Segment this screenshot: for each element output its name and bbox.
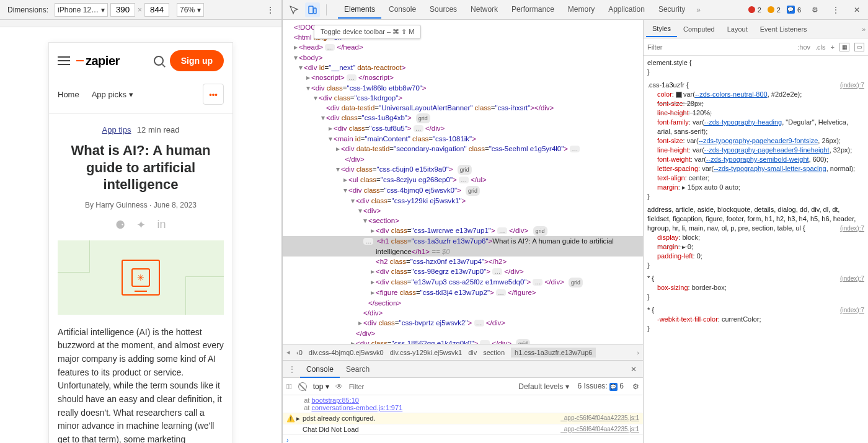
- tab-security[interactable]: Security: [652, 1, 691, 19]
- css-declaration[interactable]: box-sizing: border-box;: [647, 283, 864, 292]
- twisty-icon[interactable]: ▸: [370, 287, 376, 297]
- css-declaration[interactable]: display: block;: [647, 233, 864, 242]
- dom-node[interactable]: </div>: [283, 328, 643, 338]
- twisty-icon[interactable]: ▾: [305, 83, 311, 93]
- tab-memory[interactable]: Memory: [562, 1, 601, 19]
- twisty-icon[interactable]: ▸: [370, 226, 376, 235]
- console-message[interactable]: ⚠️▸pdst already configured._app-c56f64f0…: [283, 413, 643, 424]
- breadcrumb-item[interactable]: section: [483, 349, 505, 356]
- computed-toggle-icon[interactable]: ▦: [839, 43, 849, 51]
- levels-select[interactable]: Default levels ▾: [518, 382, 569, 391]
- twisty-icon[interactable]: ▾: [357, 206, 363, 216]
- dom-node[interactable]: ▾<div>: [283, 206, 643, 216]
- dom-node[interactable]: ▾<body>: [283, 53, 643, 63]
- console-output[interactable]: at bootstrap:85:10 at conversations-embe…: [283, 395, 643, 443]
- styles-filter-input[interactable]: [647, 40, 792, 54]
- dom-node[interactable]: ▸<div data-testid="secondary-navigation"…: [283, 144, 643, 164]
- css-declaration[interactable]: text-align: center;: [647, 173, 864, 183]
- dom-node[interactable]: ▾<div class="css-1wl86lo etbb8w70">: [283, 83, 643, 93]
- styles-tab-styles[interactable]: Styles: [646, 21, 677, 37]
- linkedin-icon[interactable]: in: [157, 218, 166, 232]
- dom-node[interactable]: ▸<div class="css-tuf8u5"> … </div>: [283, 123, 643, 134]
- twisty-icon[interactable]: ▾: [362, 216, 368, 226]
- twisty-icon[interactable]: ▸: [327, 123, 334, 133]
- dom-node[interactable]: <h2 class="css-hzx0nf e13w7up4"></h2>: [283, 257, 643, 266]
- css-declaration[interactable]: font-size: var(--zds-typography-pagehead…: [647, 136, 864, 146]
- dom-node[interactable]: ▸<ul class="css-8czjyu eg268ep0"> … </ul…: [283, 175, 643, 185]
- styles-tabs-overflow-icon[interactable]: »: [862, 25, 866, 33]
- dom-node[interactable]: ▾<div class="css-y129ki ej5wsvk1">: [283, 196, 643, 206]
- css-declaration[interactable]: color: var(--zds-colors-neutral-800, #2d…: [647, 90, 864, 99]
- console-filter-input[interactable]: [349, 380, 435, 393]
- dom-node[interactable]: ▸<noscript> … </noscript>: [283, 72, 643, 83]
- dom-node[interactable]: ▸<div class="css-1wrcrwe e13w7up1"> … </…: [283, 226, 643, 236]
- crumb-right-icon[interactable]: ›: [637, 349, 639, 356]
- dom-node[interactable]: ▾<div class="css-4bjmq0 ej5wsvk0"> grid: [283, 185, 643, 196]
- css-declaration[interactable]: letter-spacing: var(--zds-typography-sma…: [647, 164, 864, 173]
- breadcrumb-item[interactable]: div.css-y129ki.ej5wsvk1: [390, 349, 463, 356]
- dom-node[interactable]: ▸<figure class="css-tkl3j4 e13w7up2"> … …: [283, 287, 643, 298]
- zoom-select[interactable]: 76% ▾: [177, 3, 204, 17]
- console-prompt[interactable]: ›: [283, 435, 643, 443]
- source-link[interactable]: (index):7: [840, 224, 864, 233]
- dom-node[interactable]: ▾<section>: [283, 216, 643, 226]
- nav-more-button[interactable]: •••: [203, 84, 224, 105]
- issues-link[interactable]: 6 Issues: 💬 6: [578, 382, 624, 391]
- facebook-icon[interactable]: ⚈: [115, 218, 125, 232]
- source-link[interactable]: (index):7: [840, 305, 864, 315]
- messages-badge[interactable]: 💬6: [787, 6, 801, 14]
- context-select[interactable]: top ▾: [313, 382, 329, 391]
- breadcrumb-item[interactable]: div.css-4bjmq0.ej5wsvk0: [309, 349, 384, 356]
- inspect-icon[interactable]: [286, 2, 301, 17]
- console-settings-icon[interactable]: ⚙: [632, 382, 639, 391]
- dom-node[interactable]: …<h1 class="css-1a3uzfr e13w7up6">What i…: [283, 236, 643, 257]
- toggle-device-icon[interactable]: [305, 2, 320, 17]
- breadcrumb-item[interactable]: div: [468, 349, 477, 356]
- twisty-icon[interactable]: ▸: [305, 72, 311, 82]
- twisty-icon[interactable]: ▾: [293, 53, 299, 63]
- device-width-input[interactable]: [110, 3, 135, 17]
- css-declaration[interactable]: margin: ▸ 15px auto 0 auto;: [647, 183, 864, 192]
- twisty-icon[interactable]: ▸: [370, 277, 376, 287]
- twisty-icon[interactable]: ▾: [327, 134, 334, 144]
- nav-app-picks[interactable]: App picks ▾: [92, 90, 133, 99]
- twitter-icon[interactable]: ✦: [136, 218, 146, 232]
- tab-performance[interactable]: Performance: [505, 1, 560, 19]
- dom-node[interactable]: ▾<div class="css-1u8g4xb"> grid: [283, 113, 643, 123]
- drawer-tab-search[interactable]: Search: [340, 362, 376, 377]
- breadcrumb-item[interactable]: ‹0: [296, 349, 303, 356]
- category-link[interactable]: App tips: [102, 125, 131, 134]
- css-declaration[interactable]: line-height: var(--zds-typography-pagehe…: [647, 146, 864, 155]
- css-rule[interactable]: .css-1a3uzfr {(index):7color: var(--zds-…: [647, 81, 864, 201]
- tab-application[interactable]: Application: [602, 1, 651, 19]
- twisty-icon[interactable]: ▾: [320, 113, 326, 123]
- dom-node[interactable]: ▾<div class="css-1kdrgop">: [283, 93, 643, 103]
- twisty-icon[interactable]: ▾: [342, 185, 348, 195]
- twisty-icon[interactable]: ▸: [293, 42, 299, 52]
- drawer-menu-icon[interactable]: ⋮: [286, 365, 298, 374]
- settings-icon[interactable]: ⚙: [807, 2, 822, 17]
- dom-node[interactable]: ▸<div class="css-bvprtz ej5wsvk2"> … </d…: [283, 318, 643, 328]
- dom-node[interactable]: ▸<div class="css-98egrz e13w7up0"> … </d…: [283, 266, 643, 277]
- layout-toggle-icon[interactable]: ▭: [854, 43, 864, 51]
- execute-icon[interactable]: ▸⃞: [286, 382, 292, 391]
- twisty-icon[interactable]: ▸: [357, 318, 363, 328]
- close-devtools-icon[interactable]: ✕: [849, 2, 864, 17]
- dom-node[interactable]: ▾<main id="mainContent" class="css-1081i…: [283, 134, 643, 144]
- styles-tab-event-listeners[interactable]: Event Listeners: [754, 22, 813, 37]
- css-declaration[interactable]: font-family: var(--zds-typography-headin…: [647, 118, 864, 136]
- twisty-icon[interactable]: ▸: [342, 175, 348, 185]
- twisty-icon[interactable]: ▸: [370, 266, 376, 276]
- devtools-menu-icon[interactable]: ⋮: [828, 2, 843, 17]
- css-declaration[interactable]: font-weight: var(--zds-typography-semibo…: [647, 155, 864, 164]
- css-declaration[interactable]: -webkit-text-fill-color: currentColor;: [647, 315, 864, 324]
- style-rules[interactable]: element.style {}.css-1a3uzfr {(index):7c…: [644, 56, 868, 443]
- search-icon[interactable]: [154, 56, 164, 66]
- css-declaration[interactable]: margin: ▸ 0;: [647, 242, 864, 252]
- device-height-input[interactable]: [144, 3, 169, 17]
- drawer-tab-console[interactable]: Console: [300, 362, 340, 378]
- breadcrumb-item[interactable]: h1.css-1a3uzfr.e13w7up6: [511, 348, 596, 357]
- menu-icon[interactable]: [58, 56, 70, 65]
- tab-sources[interactable]: Sources: [423, 1, 463, 19]
- signup-button[interactable]: Sign up: [170, 50, 224, 71]
